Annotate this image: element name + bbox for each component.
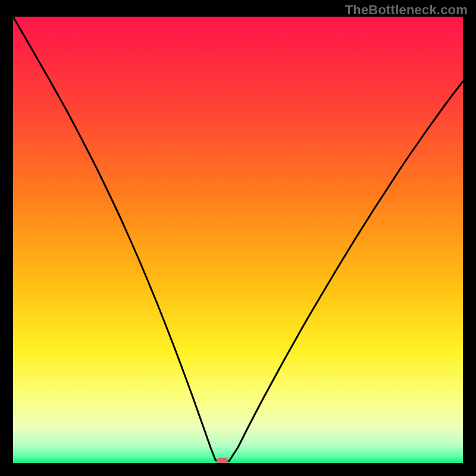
watermark-text: TheBottleneck.com — [345, 2, 468, 18]
optimal-marker — [217, 458, 228, 463]
bottleneck-chart — [13, 17, 463, 463]
chart-background — [13, 17, 463, 463]
